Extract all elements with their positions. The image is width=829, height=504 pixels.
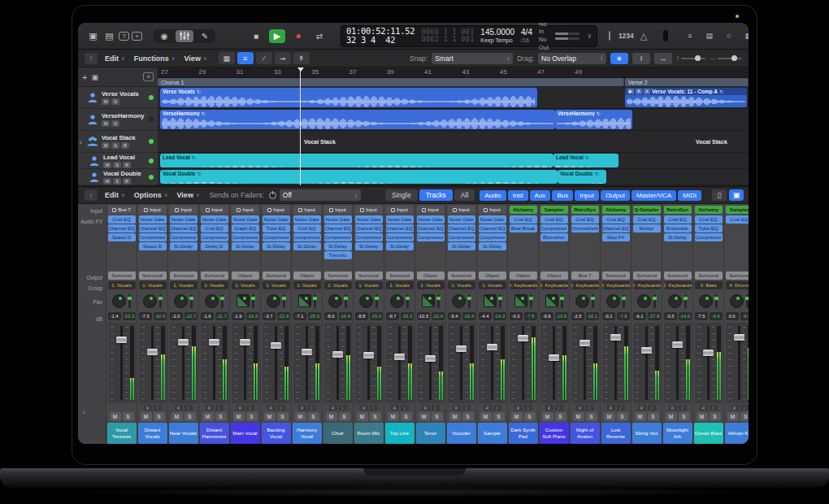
output-slot[interactable]: Surround xyxy=(263,272,290,280)
input-slot[interactable]: Input xyxy=(293,206,321,214)
pan-knob[interactable] xyxy=(205,294,219,308)
channel-strip-african-kit[interactable]: SamplerCnsl EQSurround4: Drums0.0-6.6RIM… xyxy=(724,204,749,444)
automation-icon[interactable]: ∕ xyxy=(256,52,272,64)
mute-button[interactable]: M xyxy=(202,412,214,421)
fx-slot-noise-gate[interactable]: Noise Gate xyxy=(201,215,228,224)
pan-knob[interactable] xyxy=(668,294,682,308)
volume-fader[interactable] xyxy=(602,323,630,403)
channel-strip-string-vox[interactable]: Q-SamplerCnsl EQMultiprSurround2: Keyboa… xyxy=(632,204,662,444)
channel-strip-lost-reverse[interactable]: AlchemyCnsl EQChannel EQStep FXSurround2… xyxy=(601,204,632,444)
object-pan-pad[interactable] xyxy=(422,294,435,307)
browsers-icon[interactable]: ▦ xyxy=(741,29,749,42)
region-vocal-double[interactable]: Vocal Double↻ xyxy=(160,170,558,184)
record-enable-button[interactable]: R xyxy=(607,405,615,411)
fader-cap[interactable] xyxy=(116,337,127,343)
fader-cap[interactable] xyxy=(456,345,467,352)
track-mute-button[interactable]: M xyxy=(102,120,110,127)
strip-name[interactable]: Dark Synth Pad xyxy=(509,423,538,444)
instrument-slot[interactable]: Alchemy xyxy=(602,206,630,214)
volume-fader[interactable] xyxy=(510,323,537,403)
volume-value[interactable]: -5.4 xyxy=(448,312,461,320)
volume-value[interactable]: -4.4 xyxy=(479,312,492,320)
peak-value[interactable]: -22.6 xyxy=(432,312,445,320)
pan-spread-slider[interactable] xyxy=(592,294,594,308)
output-slot[interactable]: Surround xyxy=(139,272,167,280)
track-record-button[interactable]: R xyxy=(123,178,131,185)
horizontal-zoom-control[interactable]: ↔ xyxy=(710,54,742,62)
input-monitor-button[interactable]: I xyxy=(679,405,687,411)
arrangement-marker-verse-2[interactable]: Verse 2 xyxy=(625,78,749,86)
add-tracks-icon[interactable]: + xyxy=(132,32,142,41)
channel-strip-distant-vocals[interactable]: InputNoise GateChannel EQCompressorSpace… xyxy=(137,204,168,444)
fx-slot-compressor[interactable]: Compressor xyxy=(201,233,228,241)
fader-cap[interactable] xyxy=(271,342,281,349)
fx-slot-tube-eq[interactable]: Tube EQ xyxy=(263,224,290,232)
pan-spread-slider[interactable] xyxy=(561,294,563,308)
channel-strip-vocoder[interactable]: InputNoise GateChannel EQCompressorSt-De… xyxy=(446,204,477,444)
pan-spread-slider[interactable] xyxy=(684,294,687,308)
snap-mode-icon[interactable]: ∗ xyxy=(610,53,628,64)
output-slot[interactable]: Object xyxy=(232,272,259,280)
mute-button[interactable]: M xyxy=(604,412,615,421)
fx-slot-step-fx[interactable]: Step FX xyxy=(602,233,630,241)
channel-strip-distant-harmonies[interactable]: InputNoise GateCnsl EQCompressorDelay DS… xyxy=(199,204,230,444)
input-monitor-button[interactable]: I xyxy=(617,405,625,411)
fader-cap[interactable] xyxy=(302,349,312,355)
record-enable-button[interactable]: R xyxy=(453,405,461,411)
solo-button[interactable]: S xyxy=(339,412,350,421)
solo-button[interactable]: S xyxy=(586,412,597,421)
record-indicator[interactable] xyxy=(149,139,154,144)
strip-name[interactable]: Choir xyxy=(323,423,353,444)
track-lane-4[interactable]: Lead Vocal↻Lead Vocal↻ xyxy=(158,153,749,169)
sends-area[interactable] xyxy=(633,261,661,272)
solo-button[interactable]: S xyxy=(154,412,165,421)
fx-slot-compressor[interactable]: Compressor xyxy=(170,233,197,241)
input-slot[interactable]: Input xyxy=(448,206,475,214)
list-view-icon[interactable]: ≡ xyxy=(237,52,254,64)
channel-strip-night-of-avalon[interactable]: RetroSynCnsl EQChromaVerbBus 72: Keyboar… xyxy=(570,204,601,444)
mute-button[interactable]: M xyxy=(171,412,183,421)
region-verseharmony[interactable]: VerseHarmony↻ xyxy=(555,110,632,129)
record-enable-button[interactable]: R xyxy=(514,405,523,411)
view-mode-tracks[interactable]: Tracks xyxy=(419,189,453,201)
fx-slot-cnsl-eq[interactable]: Cnsl EQ xyxy=(510,215,537,224)
fader-cap[interactable] xyxy=(549,354,559,361)
strip-name[interactable]: Lost Reverse xyxy=(601,423,631,444)
fx-slot-channel-eq[interactable]: Channel EQ xyxy=(355,224,383,232)
view-mode-all[interactable]: All xyxy=(454,189,475,201)
record-enable-button[interactable]: R xyxy=(422,405,430,411)
list-editors-icon[interactable]: ≡ xyxy=(683,29,697,42)
strip-name[interactable]: Top Line xyxy=(385,423,414,444)
fader-cap[interactable] xyxy=(672,341,683,348)
volume-fader[interactable] xyxy=(417,323,445,403)
solo-button[interactable]: S xyxy=(679,412,690,421)
fx-slot-cnsl-eq[interactable]: Cnsl EQ xyxy=(540,215,568,224)
fx-slot-cnsl-eq[interactable]: Cnsl EQ xyxy=(293,224,321,232)
fx-slot-compressor[interactable]: Compressor xyxy=(386,233,414,241)
fx-slot-noise-gate[interactable]: Noise Gate xyxy=(479,215,506,224)
fader-cap[interactable] xyxy=(641,347,652,354)
fader-cap[interactable] xyxy=(363,352,374,358)
region-lead-vocal[interactable]: Lead Vocal↻ xyxy=(553,154,618,167)
menu-view[interactable]: View xyxy=(184,54,201,63)
input-monitor-button[interactable]: I xyxy=(710,405,718,411)
fx-slot-st-delay[interactable]: St-Delay xyxy=(664,233,692,241)
fx-slot-noise-gate[interactable]: Noise Gate xyxy=(139,215,167,224)
fx-slot-st-delay[interactable]: St-Delay xyxy=(293,242,321,250)
fx-slot-st-delay[interactable]: St-Delay xyxy=(170,242,197,250)
pan-knob[interactable] xyxy=(112,294,126,308)
track-lane-1[interactable]: Verse Vocals↻▶A∧Verse Vocals: 11 - Comp … xyxy=(158,87,749,109)
volume-value[interactable]: -7.3 xyxy=(139,312,152,320)
output-slot[interactable]: Surround xyxy=(633,272,661,280)
fx-slot-tube-eq[interactable]: Tube EQ xyxy=(695,224,723,232)
solo-button[interactable]: S xyxy=(246,412,258,421)
fader-cap[interactable] xyxy=(240,339,250,345)
input-monitor-button[interactable]: I xyxy=(154,405,162,411)
strip-scroll-chevron-icon[interactable]: › xyxy=(83,409,85,416)
solo-button[interactable]: S xyxy=(648,412,659,421)
sends-area[interactable] xyxy=(540,261,568,272)
strip-name[interactable]: Vocoder xyxy=(447,423,476,444)
group-slot[interactable]: 1: Vocals xyxy=(417,281,445,289)
volume-fader[interactable] xyxy=(633,323,661,403)
input-slot[interactable]: Input xyxy=(355,206,383,214)
